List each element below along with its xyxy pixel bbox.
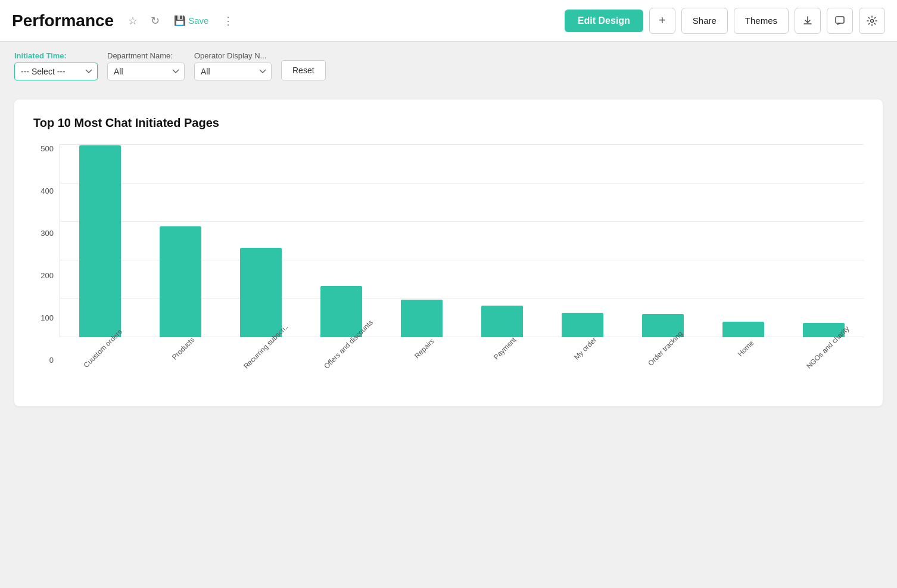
- x-label-8: Home: [736, 339, 756, 359]
- bookmark-button[interactable]: ☆: [124, 12, 141, 30]
- bar-col: [627, 144, 698, 337]
- x-label-5: Payment: [492, 335, 518, 361]
- y-label-0: 0: [49, 356, 54, 365]
- share-button[interactable]: Share: [681, 8, 728, 34]
- x-label-col-1: Products: [145, 341, 216, 394]
- bar-5[interactable]: [481, 306, 523, 337]
- x-label-col-9: NGOs and charity: [788, 341, 859, 394]
- initiated-time-label: Initiated Time:: [14, 51, 98, 60]
- x-label-col-8: Home: [708, 341, 778, 394]
- bar-8[interactable]: [722, 322, 764, 337]
- comment-button[interactable]: [827, 8, 853, 34]
- operator-select[interactable]: All: [194, 63, 272, 80]
- x-label-col-6: My order: [547, 341, 618, 394]
- x-labels: Cuustom ordersProductsRecurring subscri.…: [60, 341, 864, 394]
- initiated-time-select[interactable]: --- Select ---: [14, 63, 98, 80]
- themes-button[interactable]: Themes: [734, 8, 789, 34]
- department-select[interactable]: All: [107, 63, 185, 80]
- bar-col: [226, 144, 297, 337]
- add-button[interactable]: +: [649, 8, 675, 34]
- y-label-200: 200: [41, 271, 54, 280]
- chart-wrap: 500 400 300 200 100 0: [33, 144, 864, 394]
- y-label-300: 300: [41, 229, 54, 238]
- more-options-button[interactable]: ⋮: [219, 12, 237, 30]
- x-label-col-7: Order tracking: [627, 341, 698, 394]
- bar-col: [547, 144, 618, 337]
- operator-label: Operator Display N...: [194, 51, 272, 60]
- x-label-4: Repairs: [413, 337, 436, 360]
- bar-col: [306, 144, 377, 337]
- department-label: Department Name:: [107, 51, 185, 60]
- x-label-col-2: Recurring subscri..: [225, 341, 296, 394]
- svg-point-1: [871, 19, 874, 22]
- x-label-col-5: Payment: [466, 341, 537, 394]
- svg-rect-0: [836, 17, 844, 23]
- edit-design-button[interactable]: Edit Design: [565, 10, 643, 32]
- x-label-col-0: Cuustom orders: [64, 341, 135, 394]
- y-label-400: 400: [41, 186, 54, 195]
- bar-3[interactable]: [320, 286, 362, 337]
- bars-area: [60, 144, 864, 337]
- page-title: Performance: [12, 11, 114, 30]
- export-button[interactable]: [795, 8, 821, 34]
- bar-col: [788, 144, 859, 337]
- bar-col: [145, 144, 216, 337]
- app-header: Performance ☆ ↻ 💾 Save ⋮ Edit Design + S…: [0, 0, 897, 42]
- save-button[interactable]: 💾 Save: [169, 13, 213, 29]
- bar-col: [467, 144, 538, 337]
- bar-0[interactable]: [79, 145, 121, 337]
- bar-col: [387, 144, 457, 337]
- reset-button[interactable]: Reset: [281, 60, 326, 80]
- x-label-col-4: Repairs: [386, 341, 457, 394]
- chart-plot: Cuustom ordersProductsRecurring subscri.…: [60, 144, 864, 394]
- bar-4[interactable]: [401, 300, 443, 337]
- x-label-6: My order: [572, 335, 598, 361]
- x-label-col-3: Offers and discounts: [306, 341, 376, 394]
- bars-row: [60, 144, 864, 337]
- refresh-button[interactable]: ↻: [147, 12, 163, 30]
- bar-1[interactable]: [160, 226, 201, 337]
- y-label-500: 500: [41, 144, 54, 153]
- chart-container: Top 10 Most Chat Initiated Pages 500 400…: [0, 90, 897, 421]
- y-axis: 500 400 300 200 100 0: [33, 144, 60, 394]
- department-filter: Department Name: All: [107, 51, 185, 80]
- settings-button[interactable]: [859, 8, 885, 34]
- chart-title: Top 10 Most Chat Initiated Pages: [33, 116, 864, 130]
- bar-6[interactable]: [562, 313, 603, 337]
- chart-card: Top 10 Most Chat Initiated Pages 500 400…: [14, 99, 883, 406]
- bar-col: [65, 144, 136, 337]
- x-label-1: Products: [170, 335, 196, 361]
- bar-2[interactable]: [240, 248, 282, 337]
- y-label-100: 100: [41, 313, 54, 322]
- operator-filter: Operator Display N... All: [194, 51, 272, 80]
- filter-bar: Initiated Time: --- Select --- Departmen…: [0, 42, 897, 90]
- initiated-time-filter: Initiated Time: --- Select ---: [14, 51, 98, 80]
- bar-col: [708, 144, 778, 337]
- save-icon: 💾: [174, 15, 186, 26]
